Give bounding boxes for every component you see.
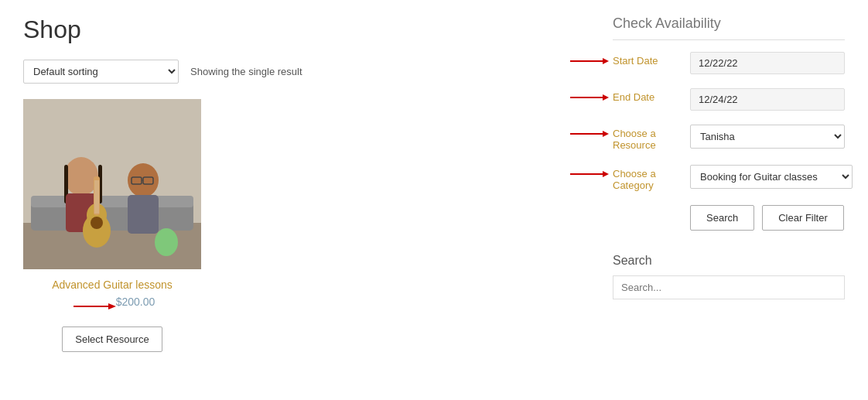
toolbar: Default sorting Sort by popularity Sort …	[23, 60, 582, 84]
svg-marker-30	[603, 171, 609, 177]
price-arrow-icon	[70, 300, 116, 313]
end-date-row: End Date	[613, 88, 845, 111]
page-title: Shop	[23, 15, 582, 44]
svg-point-15	[91, 217, 103, 229]
page-layout: Shop Default sorting Sort by popularity …	[23, 15, 845, 352]
select-resource-button[interactable]: Select Resource	[62, 326, 162, 352]
start-date-input[interactable]	[690, 52, 845, 74]
choose-category-label: Choose a Category	[613, 165, 690, 191]
svg-rect-12	[128, 195, 159, 234]
sidebar-search-title: Search	[613, 254, 845, 268]
choose-resource-label: Choose a Resource	[613, 125, 690, 151]
svg-marker-26	[603, 94, 609, 101]
end-date-input[interactable]	[690, 88, 845, 111]
sidebar-search-input[interactable]	[613, 275, 845, 299]
sort-select[interactable]: Default sorting Sort by popularity Sort …	[23, 60, 179, 84]
end-date-label: End Date	[613, 88, 690, 103]
svg-point-20	[155, 228, 178, 256]
product-title: Advanced Guitar lessons	[23, 279, 201, 291]
start-date-arrow-icon	[570, 55, 609, 67]
svg-marker-24	[603, 58, 609, 64]
sidebar-search-section: Search	[613, 254, 845, 299]
start-date-row: Start Date	[613, 52, 845, 74]
svg-marker-22	[108, 303, 116, 309]
product-grid: Advanced Guitar lessons $200.00 Select R…	[23, 99, 582, 352]
product-price: $200.00	[116, 296, 155, 308]
category-select[interactable]: Booking for Guitar classes	[690, 165, 853, 189]
action-buttons: Search Clear Filter	[690, 205, 845, 231]
svg-rect-3	[31, 196, 193, 207]
product-image-svg	[23, 99, 201, 269]
check-availability-title: Check Availability	[613, 15, 845, 40]
result-count: Showing the single result	[190, 66, 302, 77]
svg-marker-28	[603, 131, 609, 137]
search-button[interactable]: Search	[690, 205, 754, 231]
svg-point-4	[64, 157, 98, 196]
choose-resource-arrow-icon	[570, 128, 609, 140]
end-date-arrow-icon	[570, 91, 609, 104]
choose-category-row: Choose a Category Booking for Guitar cla…	[613, 165, 845, 191]
sidebar: Check Availability Start Date End Date	[613, 15, 845, 352]
product-card: Advanced Guitar lessons $200.00 Select R…	[23, 99, 201, 352]
clear-filter-button[interactable]: Clear Filter	[762, 205, 844, 231]
main-content: Shop Default sorting Sort by popularity …	[23, 15, 582, 352]
price-row: $200.00	[23, 296, 201, 317]
product-image	[23, 99, 201, 269]
resource-select[interactable]: Tanisha	[690, 125, 845, 149]
start-date-label: Start Date	[613, 52, 690, 67]
choose-resource-row: Choose a Resource Tanisha	[613, 125, 845, 151]
choose-category-arrow-icon	[570, 168, 609, 180]
